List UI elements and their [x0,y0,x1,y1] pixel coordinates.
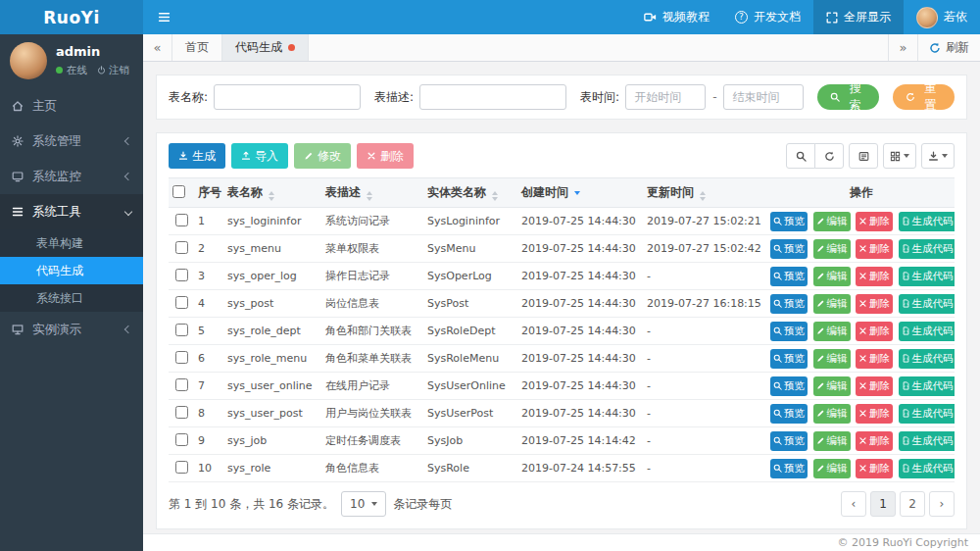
logout-link[interactable]: 注销 [97,64,129,77]
tabs-scroll-right-button[interactable]: » [888,34,917,61]
tabs-scroll-left-button[interactable]: « [143,34,172,61]
delete-button[interactable]: 删除 [357,143,414,169]
sidebar-item-system-tools[interactable]: 系统工具 [0,194,143,229]
generate-code-button[interactable]: 生成代码 [899,404,956,424]
prev-page-button[interactable]: ‹ [841,491,866,517]
row-checkbox[interactable] [175,241,188,254]
page-button-2[interactable]: 2 [900,491,925,517]
edit-button[interactable]: 编辑 [813,322,851,341]
page-size-select[interactable]: 10 [341,491,386,517]
preview-button[interactable]: 预览 [770,459,808,478]
card-view-toggle-button[interactable] [849,143,878,169]
column-header-table-desc[interactable]: 表描述 [321,178,423,208]
column-header-table-name[interactable]: 表名称 [223,178,321,208]
edit-button[interactable]: 编辑 [813,239,851,259]
generate-code-button[interactable]: 生成代码 [899,431,956,451]
row-checkbox[interactable] [175,296,188,309]
start-time-input[interactable] [625,84,706,110]
delete-button[interactable]: 删除 [856,404,893,424]
generate-code-button[interactable]: 生成代码 [899,349,956,369]
sidebar-subitem-form-builder[interactable]: 表单构建 [0,229,143,257]
preview-button[interactable]: 预览 [770,267,808,286]
preview-button[interactable]: 预览 [770,322,808,341]
generate-code-button[interactable]: 生成代码 [899,376,956,396]
nav-dev-docs[interactable]: ? 开发文档 [722,0,813,34]
preview-button[interactable]: 预览 [770,349,808,369]
column-header-entity-name[interactable]: 实体类名称 [423,178,517,208]
edit-button[interactable]: 编辑 [813,267,851,286]
search-button[interactable]: 搜索 [817,84,879,110]
modify-button[interactable]: 修改 [294,143,351,169]
edit-button[interactable]: 编辑 [813,404,851,424]
sidebar-item-system-management[interactable]: 系统管理 [0,124,143,159]
next-page-button[interactable]: › [929,491,955,517]
sidebar-item-demo[interactable]: 实例演示 [0,312,143,347]
tab-home[interactable]: 首页 [172,34,222,61]
preview-button[interactable]: 预览 [770,431,808,451]
nav-video-tutorial[interactable]: 视频教程 [631,0,722,34]
brand-logo[interactable]: RuoYi [0,0,143,34]
column-header-updated-time[interactable]: 更新时间 [643,178,768,208]
generate-code-button-label: 生成代码 [912,297,954,311]
columns-dropdown-button[interactable] [883,143,916,169]
edit-button[interactable]: 编辑 [813,212,851,231]
row-checkbox[interactable] [175,324,188,336]
row-checkbox[interactable] [175,351,188,364]
delete-button[interactable]: 删除 [856,376,893,396]
edit-button[interactable]: 编辑 [813,376,851,396]
preview-button[interactable]: 预览 [770,404,808,424]
sidebar-toggle-button[interactable] [143,0,184,34]
row-checkbox[interactable] [175,214,188,226]
tab-refresh-button[interactable]: 刷新 [917,34,980,61]
reset-button[interactable]: 重置 [893,84,955,110]
preview-button[interactable]: 预览 [770,376,808,396]
sidebar-item-home[interactable]: 主页 [0,88,143,124]
row-checkbox[interactable] [175,269,188,281]
generate-code-button[interactable]: 生成代码 [899,267,956,286]
nav-fullscreen[interactable]: 全屏显示 [813,0,904,34]
column-header-created-time[interactable]: 创建时间 [517,178,643,208]
delete-button[interactable]: 删除 [856,294,893,314]
delete-button[interactable]: 删除 [856,431,893,451]
preview-button[interactable]: 预览 [770,212,808,231]
row-checkbox[interactable] [175,433,188,446]
sidebar-subitem-code-generation[interactable]: 代码生成 [0,257,143,284]
generate-code-button[interactable]: 生成代码 [899,459,956,478]
table-desc-input[interactable] [419,84,566,110]
tab-code-generation[interactable]: 代码生成 [222,34,309,61]
nav-user-menu[interactable]: 若依 [904,0,980,34]
table-search-toggle-button[interactable] [786,143,815,169]
table-name-input[interactable] [214,84,361,110]
delete-button[interactable]: 删除 [856,349,893,369]
page-button-1[interactable]: 1 [870,491,896,517]
delete-button[interactable]: 删除 [856,267,893,286]
cell-index: 5 [194,318,223,345]
nav-dev-docs-label: 开发文档 [754,9,801,25]
generate-code-button[interactable]: 生成代码 [899,212,956,231]
row-checkbox[interactable] [175,378,188,391]
delete-button[interactable]: 删除 [856,322,893,341]
delete-button[interactable]: 删除 [856,459,893,478]
edit-button[interactable]: 编辑 [813,349,851,369]
generate-button[interactable]: 生成 [169,143,225,169]
generate-code-button[interactable]: 生成代码 [899,322,956,341]
preview-button[interactable]: 预览 [770,294,808,314]
edit-button[interactable]: 编辑 [813,459,851,478]
generate-code-button[interactable]: 生成代码 [899,239,956,259]
row-checkbox[interactable] [175,461,188,474]
generate-code-button[interactable]: 生成代码 [899,294,956,314]
preview-button[interactable]: 预览 [770,239,808,259]
edit-button[interactable]: 编辑 [813,294,851,314]
export-dropdown-button[interactable] [921,143,955,169]
end-time-input[interactable] [723,84,804,110]
select-all-checkbox[interactable] [172,185,185,198]
import-button[interactable]: 导入 [231,143,288,169]
row-checkbox[interactable] [175,406,188,419]
edit-button[interactable]: 编辑 [813,431,851,451]
delete-button[interactable]: 删除 [856,239,893,259]
sidebar-item-system-monitor[interactable]: 系统监控 [0,159,143,194]
table-refresh-button[interactable] [814,143,844,169]
sidebar-subitem-system-api[interactable]: 系统接口 [0,284,143,312]
delete-button[interactable]: 删除 [856,212,893,231]
user-avatar[interactable] [10,42,47,79]
